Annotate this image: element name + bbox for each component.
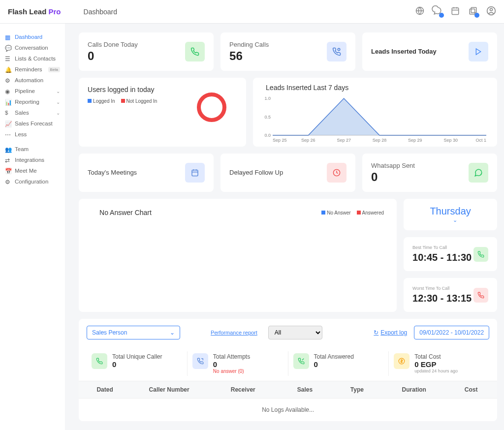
- svg-text:1.0: 1.0: [265, 96, 271, 101]
- best-time-card: Best Time To Call10:45 - 11:30: [404, 237, 497, 271]
- chevron-down-icon: ⌄: [419, 217, 490, 223]
- svg-text:Sep 28: Sep 28: [373, 138, 387, 143]
- leads-area-chart: 0.00.51.0Sep 25Sep 26Sep 27Sep 28Sep 29S…: [262, 96, 488, 143]
- dollar-icon: $: [5, 110, 11, 116]
- sidebar-item-conversation[interactable]: 💬Conversation: [0, 42, 65, 53]
- forecast-icon: 📈: [5, 121, 11, 126]
- phone-in-icon: [293, 353, 309, 369]
- sidebar-item-automation[interactable]: ⚙Automation: [0, 75, 65, 86]
- refresh-icon: ↻: [374, 329, 378, 336]
- chevron-down-icon: ⌄: [56, 89, 60, 94]
- date-range-input[interactable]: 09/01/2022 - 10/01/2022: [414, 326, 489, 339]
- sidebar-item-dashboard[interactable]: ▦Dashboard: [0, 31, 65, 42]
- pipe-icon: ◉: [5, 88, 11, 94]
- total-unique-caller: Total Unique Caller0: [87, 351, 188, 376]
- performance-report-link[interactable]: Performance report: [211, 330, 257, 336]
- windows-icon[interactable]: [469, 6, 477, 17]
- page-title: Dashboard: [84, 8, 118, 16]
- phone-icon: [473, 288, 488, 303]
- auto-icon: ⚙: [5, 77, 11, 83]
- svg-rect-3: [470, 9, 475, 14]
- sidebar-item-config[interactable]: ⚙Configuration: [0, 176, 65, 187]
- svg-marker-11: [273, 98, 486, 135]
- whatsapp-sent-card: Whatsapp Sent0: [362, 154, 497, 192]
- logs-table-header: Dated Caller Number Receiver Sales Type …: [79, 381, 497, 399]
- sidebar-item-pipeline[interactable]: ◉Pipeline⌄: [0, 86, 65, 96]
- dollar-icon: [394, 353, 410, 369]
- svg-rect-1: [452, 8, 459, 15]
- svg-text:Sep 29: Sep 29: [408, 138, 422, 143]
- sidebar-item-reporting[interactable]: 📊Reporting⌄: [0, 96, 65, 107]
- svg-marker-7: [476, 49, 480, 55]
- todays-meetings-card: Today's Meetings: [79, 154, 214, 192]
- worst-time-card: Worst Time To Call12:30 - 13:15: [404, 278, 497, 312]
- grid-icon: ▦: [5, 34, 11, 40]
- total-attempts: Total Attempts0No answer (0): [188, 351, 288, 376]
- play-icon: [469, 42, 488, 61]
- list-icon: ☰: [5, 56, 11, 61]
- sidebar-item-forecast[interactable]: 📈Sales Forecast: [0, 118, 65, 129]
- user-icon[interactable]: [486, 6, 496, 17]
- svg-text:Sep 27: Sep 27: [337, 138, 351, 143]
- chat-icon[interactable]: [433, 6, 442, 17]
- phone-icon: [473, 247, 488, 262]
- chat-icon: 💬: [5, 45, 11, 51]
- phone-out-icon: [192, 353, 208, 369]
- donut-chart: [197, 92, 226, 122]
- delayed-followup-card: Delayed Follow Up: [220, 154, 355, 192]
- calendar-icon[interactable]: [451, 6, 460, 17]
- integ-icon: ⇄: [5, 157, 11, 163]
- svg-rect-20: [192, 170, 198, 176]
- calls-done-card: Calls Done Today0: [79, 32, 214, 71]
- clock-icon: [327, 163, 346, 183]
- svg-rect-2: [471, 7, 476, 13]
- chevron-down-icon: ⌄: [56, 110, 60, 116]
- leads-chart-card: Leads Inserted Last 7 days 0.00.51.0Sep …: [253, 78, 497, 147]
- users-logged-card: Users logged in today Logged In Not Logg…: [79, 78, 246, 147]
- report-icon: 📊: [5, 99, 11, 105]
- config-icon: ⚙: [5, 179, 11, 184]
- leads-inserted-card: Leads Inserted Today: [362, 32, 497, 71]
- meet-icon: 📅: [5, 168, 11, 174]
- sidebar-item-meetme[interactable]: 📅Meet Me: [0, 165, 65, 176]
- svg-text:0.5: 0.5: [265, 115, 271, 120]
- sidebar-item-reminders[interactable]: 🔔RemindersBeta: [0, 64, 65, 75]
- phone-clock-icon: [327, 42, 346, 61]
- sidebar-item-less[interactable]: ⋯Less: [0, 129, 65, 140]
- sidebar-item-integrations[interactable]: ⇄Integrations: [0, 154, 65, 165]
- svg-point-6: [338, 48, 340, 51]
- team-icon: 👥: [5, 146, 11, 152]
- export-log-link[interactable]: ↻Export log: [374, 329, 407, 336]
- svg-point-5: [490, 8, 493, 11]
- svg-text:Sep 26: Sep 26: [301, 138, 315, 143]
- globe-icon[interactable]: [415, 6, 424, 17]
- sales-person-select[interactable]: Sales Person⌄: [87, 326, 180, 339]
- day-selector[interactable]: Thursday⌄: [404, 199, 497, 230]
- bell-icon: 🔔: [5, 66, 11, 72]
- svg-text:Oct 1: Oct 1: [476, 138, 487, 143]
- sidebar: ▦Dashboard 💬Conversation ☰Lists & Contac…: [0, 24, 65, 430]
- logs-card: Sales Person⌄ Performance report All ↻Ex…: [79, 319, 497, 421]
- whatsapp-icon: [469, 163, 488, 183]
- beta-badge: Beta: [48, 67, 60, 72]
- phone-icon: [185, 42, 205, 61]
- total-cost: Total Cost0 EGPupdated 24 hours ago: [389, 351, 489, 376]
- no-answer-chart-card: No Answer Chart No Answer Answered: [79, 199, 397, 312]
- calendar-icon: [185, 163, 205, 183]
- sidebar-item-sales[interactable]: $Sales⌄: [0, 107, 65, 118]
- total-answered: Total Answered0: [288, 351, 389, 376]
- brand-logo: Flash Lead Pro: [8, 7, 61, 16]
- dots-icon: ⋯: [5, 131, 11, 137]
- sidebar-item-lists[interactable]: ☰Lists & Contacts: [0, 53, 65, 64]
- pending-calls-card: Pending Calls56: [220, 32, 355, 71]
- chevron-down-icon: ⌄: [170, 329, 175, 336]
- svg-text:Sep 30: Sep 30: [443, 138, 458, 143]
- svg-text:0.0: 0.0: [265, 133, 271, 138]
- logs-empty-state: No Logs Available...: [79, 399, 497, 421]
- sidebar-item-team[interactable]: 👥Team: [0, 144, 65, 154]
- all-select[interactable]: All: [268, 326, 322, 339]
- svg-text:Sep 25: Sep 25: [273, 138, 287, 143]
- phone-icon: [92, 353, 107, 369]
- chevron-down-icon: ⌄: [56, 99, 60, 105]
